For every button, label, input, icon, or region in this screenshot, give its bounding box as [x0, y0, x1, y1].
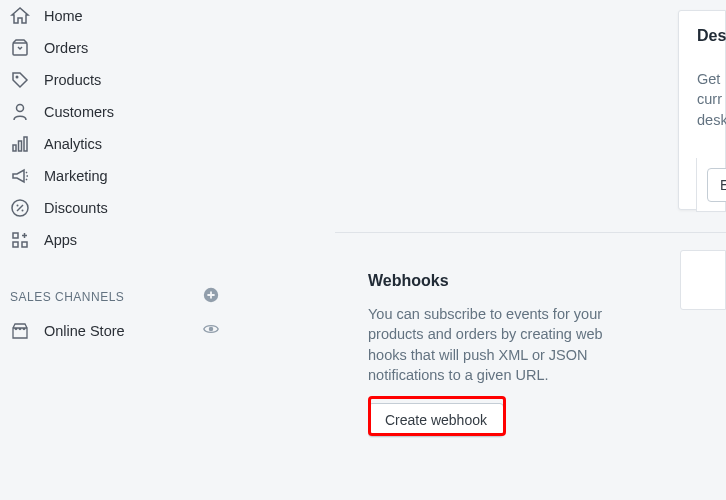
sidebar-item-label: Home [44, 8, 83, 24]
right-panel-button[interactable]: En [707, 168, 726, 202]
discount-icon [10, 198, 30, 218]
create-webhook-button[interactable]: Create webhook [368, 403, 504, 437]
svg-point-8 [22, 210, 24, 212]
webhooks-section: Webhooks You can subscribe to events for… [368, 272, 628, 437]
apps-grid-icon [10, 230, 30, 250]
svg-point-13 [209, 327, 214, 332]
home-icon [10, 6, 30, 26]
svg-rect-3 [13, 145, 16, 151]
right-panel-text: Get curr desk [697, 69, 726, 130]
sidebar-item-marketing[interactable]: Marketing [0, 160, 230, 192]
sidebar-item-home[interactable]: Home [0, 0, 230, 32]
sidebar-item-online-store[interactable]: Online Store [0, 314, 230, 348]
sidebar-item-label: Marketing [44, 168, 108, 184]
sidebar-item-label: Online Store [44, 323, 125, 339]
sidebar-item-analytics[interactable]: Analytics [0, 128, 230, 160]
sidebar: Home Orders Products Customers Analytics… [0, 0, 230, 500]
right-panel-title: Des [697, 27, 726, 45]
megaphone-icon [10, 166, 30, 186]
webhooks-description: You can subscribe to events for your pro… [368, 304, 628, 385]
svg-rect-11 [13, 242, 18, 247]
svg-point-7 [17, 205, 19, 207]
sidebar-item-apps[interactable]: Apps [0, 224, 230, 256]
sidebar-item-label: Customers [44, 104, 114, 120]
svg-rect-10 [22, 242, 27, 247]
sidebar-item-discounts[interactable]: Discounts [0, 192, 230, 224]
svg-rect-9 [13, 233, 18, 238]
bar-chart-icon [10, 134, 30, 154]
sidebar-item-products[interactable]: Products [0, 64, 230, 96]
sidebar-item-customers[interactable]: Customers [0, 96, 230, 128]
section-divider [335, 232, 726, 233]
eye-icon[interactable] [202, 320, 220, 342]
tag-icon [10, 70, 30, 90]
sidebar-item-label: Apps [44, 232, 77, 248]
sidebar-item-orders[interactable]: Orders [0, 32, 230, 64]
sidebar-item-label: Orders [44, 40, 88, 56]
right-panel-button-area: En [696, 158, 726, 212]
svg-point-2 [17, 105, 24, 112]
person-icon [10, 102, 30, 122]
sales-channels-header: SALES CHANNELS [0, 276, 230, 314]
right-lower-panel [680, 250, 726, 310]
orders-icon [10, 38, 30, 58]
sidebar-item-label: Analytics [44, 136, 102, 152]
sidebar-item-label: Discounts [44, 200, 108, 216]
svg-rect-4 [19, 141, 22, 151]
svg-rect-5 [24, 137, 27, 151]
sidebar-item-label: Products [44, 72, 101, 88]
add-channel-icon[interactable] [202, 286, 220, 308]
sales-channels-title: SALES CHANNELS [10, 290, 124, 304]
store-icon [10, 321, 30, 341]
webhooks-title: Webhooks [368, 272, 628, 290]
svg-point-1 [16, 76, 19, 79]
